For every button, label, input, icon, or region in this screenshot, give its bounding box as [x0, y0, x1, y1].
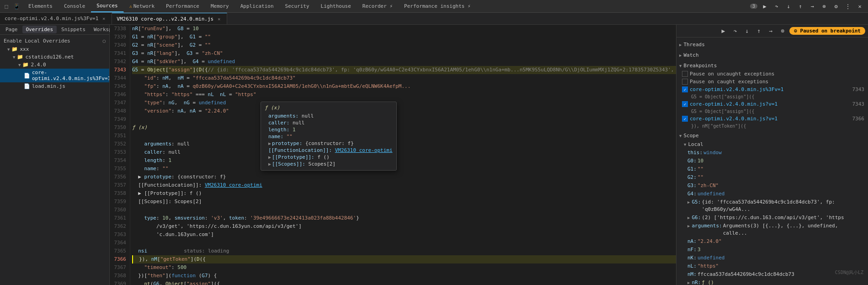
ln-7362: 7362 — [113, 222, 126, 231]
ln-7357: 7357 — [113, 181, 126, 189]
bp-2-linenum: 7343 — [852, 101, 865, 107]
deactivate-bp-btn[interactable]: ⊗ — [777, 26, 788, 36]
file-tab-2[interactable]: VM26310 core-op...v2.24.0.min.js ✕ — [112, 13, 227, 24]
ln-7358: 7358 — [113, 189, 126, 198]
pause-uncaught-checkbox[interactable] — [682, 71, 688, 77]
step-into-icon[interactable]: ↓ — [784, 2, 793, 11]
tab-console[interactable]: Console — [59, 0, 91, 12]
tree-xxx-label: xxx — [20, 46, 29, 52]
ln-7365: 7365 — [113, 247, 126, 255]
hover-popup-title: ƒ (x) — [265, 105, 393, 111]
deactivate-icon[interactable]: ⊗ — [820, 2, 829, 11]
scope-header[interactable]: ▼ Scope — [676, 131, 868, 140]
tab-security[interactable]: Security — [280, 0, 315, 12]
ln-7367: 7367 — [113, 263, 126, 272]
watch-header[interactable]: ▶ Watch — [676, 51, 868, 59]
pause-caught-item[interactable]: Pause on caught exceptions — [676, 78, 868, 86]
local-header[interactable]: ▼ Local — [676, 140, 868, 149]
hover-popup: ƒ (x) arguments: null caller: null lengt… — [261, 102, 397, 171]
bp-3-checkbox[interactable]: ✓ — [682, 116, 688, 122]
settings-icon[interactable]: ⚙ — [831, 2, 841, 11]
step-over-btn[interactable]: ↷ — [730, 26, 740, 36]
tree-v240-label: 2.4.0 — [31, 62, 46, 68]
enable-overrides-check[interactable]: ○ — [102, 38, 106, 44]
line-numbers: 7338 7339 7340 7341 7342 7343 7344 7345 … — [110, 25, 130, 285]
tab-elements[interactable]: Elements — [23, 0, 59, 12]
bp-2-checkbox[interactable]: ✓ — [682, 101, 688, 107]
code-line-7362: /v3/get', 'https://c.dun.163yun.com/api/… — [132, 222, 676, 231]
ln-7348: 7348 — [113, 107, 126, 115]
popup-arguments: arguments: null — [265, 113, 393, 119]
scope-G5[interactable]: ▶ G5: {id: 'ffccaa537da544269b4c9c1dc84d… — [676, 198, 868, 214]
scope-arguments[interactable]: ▶ arguments: Arguments(3) [{...}, {...},… — [676, 222, 868, 237]
resume-btn[interactable]: ▶ — [718, 26, 728, 36]
bp-2[interactable]: ✓ core-optimi.v2.4.0.min.js?v=1 7343 G5 … — [676, 100, 868, 115]
more-icon[interactable]: ⋮ — [843, 2, 852, 11]
file-tab-1-close[interactable]: ✕ — [101, 16, 107, 22]
enable-overrides-row: Enable Local Overrides ○ — [0, 37, 109, 45]
code-line-7340: G2 = nR["scene"], G2 = "" — [132, 41, 676, 49]
device-icon[interactable]: 📱 — [12, 2, 21, 11]
tree-v240[interactable]: ▼ 📁 2.4.0 — [0, 61, 109, 69]
pause-caught-checkbox[interactable] — [682, 79, 688, 85]
tab-sources[interactable]: Sources — [91, 0, 123, 12]
ln-7350: 7350 — [113, 124, 126, 132]
scope-G6-expand: ▶ — [687, 214, 690, 221]
editor-container[interactable]: 7338 7339 7340 7341 7342 7343 7344 7345 … — [110, 25, 676, 285]
code-line-7360 — [132, 206, 676, 214]
file-tab-1-label: core-optimi.v2.4.0.min.js%3Fv=1 — [5, 16, 98, 22]
code-line-7363: 'c.dun.163yun.com'] — [132, 231, 676, 239]
step-over-icon[interactable]: ↷ — [772, 2, 781, 11]
scope-G2: G2: "" — [676, 173, 868, 182]
pause-caught-label: Pause on caught exceptions — [690, 79, 768, 85]
step-into-btn[interactable]: ↓ — [742, 26, 752, 36]
ln-7353: 7353 — [113, 148, 126, 156]
tree-load-min[interactable]: 📄 load.min.js — [0, 82, 109, 90]
expand-v240: ▼ — [18, 63, 21, 67]
sidebar-tab-page[interactable]: Page — [2, 26, 21, 33]
step-btn[interactable]: → — [766, 26, 776, 36]
step-out-btn[interactable]: ↑ — [754, 26, 764, 36]
tab-recorder[interactable]: Recorder ⚡ — [357, 0, 399, 12]
pause-uncaught-item[interactable]: Pause on uncaught exceptions — [676, 70, 868, 78]
folder-icon-cstaticdu: 📁 — [17, 54, 23, 60]
tree-cstaticdu126[interactable]: ▼ 📁 cstaticdu126.net — [0, 53, 109, 61]
threads-header[interactable]: ▶ Threads — [676, 40, 868, 49]
file-icon-load-min: 📄 — [24, 83, 30, 89]
tab-performance-insights[interactable]: Performance insights ⚡ — [399, 0, 477, 12]
code-line-7346: "https": "https" === nL nL = "https" — [132, 91, 676, 99]
tree-core-optimi-label: core-optimi.v2.4.0.min.js%3Fv=1 — [32, 70, 109, 81]
tab-application[interactable]: Application — [235, 0, 280, 12]
scope-nR[interactable]: ▶ nR: ƒ () — [676, 279, 868, 285]
bp-3[interactable]: ✓ core-optimi.v2.4.0.min.js?v=1 7366 }),… — [676, 115, 868, 129]
scope-this: this: window — [676, 149, 868, 157]
scope-G6[interactable]: ▶ G6: (2) ['https://c.dun.163.com/api/v3… — [676, 214, 868, 222]
resume-icon[interactable]: ▶ — [760, 2, 769, 11]
ln-7361: 7361 — [113, 214, 126, 222]
file-tabs-bar: core-optimi.v2.4.0.min.js%3Fv=1 ✕ VM2631… — [0, 13, 868, 25]
step-out-icon[interactable]: ↑ — [796, 2, 805, 11]
tab-memory[interactable]: Memory — [205, 0, 235, 12]
scope-G5-expand: ▶ — [687, 199, 690, 206]
tree-core-optimi[interactable]: 📄 core-optimi.v2.4.0.min.js%3Fv=1 — [0, 69, 109, 82]
scope-G4: G4: undefined — [676, 190, 868, 198]
bp-1[interactable]: ✓ core-optimi.v2.4.0.min.js%3Fv=1 7343 G… — [676, 86, 868, 100]
tree-xxx[interactable]: ▼ 📁 xxx — [0, 45, 109, 53]
close-devtools-icon[interactable]: ✕ — [855, 2, 864, 11]
breakpoints-header[interactable]: ▼ Breakpoints — [676, 61, 868, 70]
code-line-7368: })["then"](function (G7) { — [132, 272, 676, 280]
bp-1-checkbox[interactable]: ✓ — [682, 86, 688, 92]
file-tab-2-close[interactable]: ✕ — [216, 16, 222, 22]
sidebar-tab-snippets[interactable]: Snippets — [58, 26, 89, 33]
popup-scopes: ▶[[Scopes]]: Scopes[2] — [265, 161, 393, 167]
tab-lighthouse[interactable]: Lighthouse — [315, 0, 357, 12]
step-icon[interactable]: → — [808, 2, 817, 11]
tab-performance[interactable]: Performance — [160, 0, 205, 12]
ln-7344: 7344 — [113, 74, 126, 82]
watch-section: ▶ Watch — [676, 50, 868, 60]
sidebar-tab-overrides[interactable]: Overrides — [22, 26, 57, 33]
file-tab-1[interactable]: core-optimi.v2.4.0.min.js%3Fv=1 ✕ — [0, 13, 112, 24]
ln-7340: 7340 — [113, 41, 126, 49]
inspect-icon[interactable]: ⬚ — [2, 2, 11, 11]
tab-network[interactable]: ⚠ Network — [124, 0, 160, 12]
